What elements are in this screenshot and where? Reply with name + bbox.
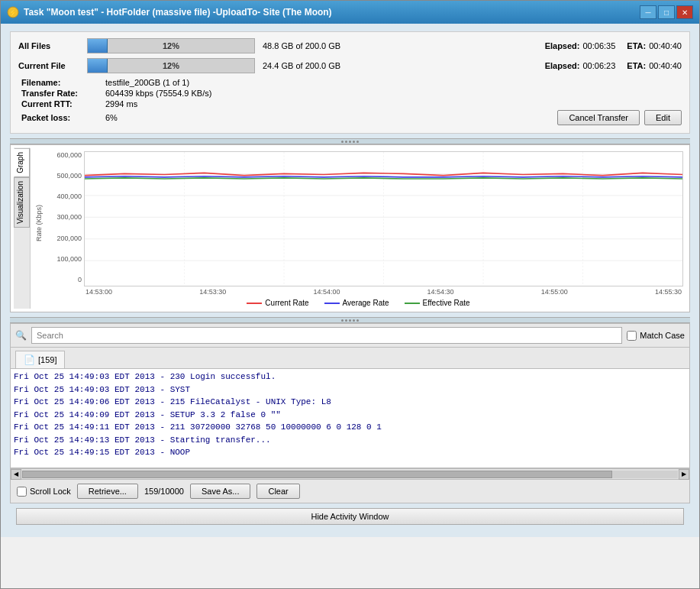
log-tab-label: [159] [38,355,56,364]
all-files-progress-bar: 12% [87,38,255,53]
match-case-label: Match Case [640,331,685,340]
log-line: Fri Oct 25 14:49:03 EDT 2013 - 230 Login… [14,371,686,383]
save-as-button[interactable]: Save As... [190,484,251,499]
log-section: 🔍 Match Case 📄 [159] Fri Oct 25 14:49:03… [10,323,690,503]
current-file-pct: 12% [163,61,179,70]
transfer-rate-row: Transfer Rate: 604439 kbps (75554.9 KB/s… [21,89,682,98]
resize-dots-1 [341,141,359,143]
match-case-area: Match Case [627,331,685,341]
graph-tab-graph[interactable]: Graph [14,148,30,177]
current-file-timing: Elapsed: 00:06:23 ETA: 00:40:40 [545,61,682,70]
log-tab-icon: 📄 [24,354,35,365]
retrieve-button[interactable]: Retrieve... [77,484,138,499]
packet-loss-value: 6% [105,113,118,122]
scroll-lock-label: Scroll Lock [30,487,71,496]
all-elapsed-value: 00:06:35 [582,41,615,50]
edit-button[interactable]: Edit [644,110,682,125]
filename-label: Filename: [21,78,105,87]
scroll-lock-checkbox[interactable] [17,487,27,497]
rtt-value: 2994 ms [105,99,137,108]
average-rate-label: Average Rate [343,299,389,307]
cur-eta: ETA: 00:40:40 [627,61,682,70]
y-axis: 600,000 500,000 400,000 300,000 200,000 … [44,151,84,296]
filename-row: Filename: testfile_200GB (1 of 1) [21,78,682,87]
log-line: Fri Oct 25 14:49:15 EDT 2013 - NOOP [14,446,686,459]
rtt-label: Current RTT: [21,99,105,108]
all-elapsed: Elapsed: 00:06:35 [545,41,616,50]
resize-dots-2 [341,319,359,322]
chart-svg [85,152,682,286]
resize-handle-2[interactable] [10,317,690,323]
search-icon: 🔍 [15,330,27,341]
horizontal-scrollbar[interactable]: ◀ ▶ [11,468,689,479]
all-eta: ETA: 00:40:40 [627,41,682,50]
log-line: Fri Oct 25 14:49:09 EDT 2013 - SETUP 3.3… [14,409,686,422]
app-icon: ⚡ [7,6,19,18]
minimize-button[interactable]: ─ [640,5,656,19]
all-eta-value: 00:40:40 [649,41,682,50]
clear-button[interactable]: Clear [256,484,299,499]
legend-average-rate: Average Rate [324,299,389,307]
search-icon-area: 🔍 [15,330,27,341]
transfer-rate-value: 604439 kbps (75554.9 KB/s) [105,89,211,98]
scroll-lock-area: Scroll Lock [17,487,71,497]
chart-plot [84,151,683,286]
log-counter: 159/10000 [144,487,184,496]
bottom-bar: Hide Activity Window [10,503,690,529]
graph-section: Graph Visualization Rate (Kbps) 600,000 … [10,144,690,312]
cur-elapsed: Elapsed: 00:06:23 [545,61,616,70]
average-rate-line [324,303,340,304]
file-details: Filename: testfile_200GB (1 of 1) Transf… [18,78,682,125]
current-rate-label: Current Rate [265,299,308,307]
hide-activity-button[interactable]: Hide Activity Window [16,508,684,525]
title-controls: ─ □ ✕ [640,5,693,19]
log-line: Fri Oct 25 14:49:06 EDT 2013 - 215 FileC… [14,396,686,409]
current-file-row: Current File 12% 24.4 GB of 200.0 GB Ela… [18,58,682,73]
all-files-pct: 12% [163,41,179,50]
legend-effective-rate: Effective Rate [405,299,470,307]
search-input[interactable] [31,327,622,344]
log-tabs: 📄 [159] [11,348,689,369]
cur-eta-value: 00:40:40 [649,61,682,70]
svg-text:⚡: ⚡ [8,8,18,18]
log-content[interactable]: Fri Oct 25 14:49:03 EDT 2013 - 230 Login… [11,369,689,468]
close-button[interactable]: ✕ [676,5,693,19]
scrollbar-track[interactable] [22,471,678,478]
maximize-button[interactable]: □ [658,5,675,19]
scroll-right-button[interactable]: ▶ [679,469,689,480]
all-files-progress-fill [88,39,108,53]
match-case-checkbox[interactable] [627,331,637,341]
cancel-transfer-button[interactable]: Cancel Transfer [557,110,640,125]
x-axis: 14:53:00 14:53:30 14:54:00 14:54:30 14:5… [84,288,683,296]
chart-legend: Current Rate Average Rate Effective Rate [34,296,683,309]
legend-current-rate: Current Rate [247,299,308,307]
graph-tab-visualization[interactable]: Visualization [14,177,30,228]
scroll-left-button[interactable]: ◀ [11,469,21,480]
filename-value: testfile_200GB (1 of 1) [105,78,189,87]
y-axis-label: Rate (Kbps) [35,205,43,241]
elapsed-label-2: Elapsed: [545,61,580,70]
effective-rate-line [405,303,420,304]
all-files-label: All Files [18,41,87,50]
current-file-size: 24.4 GB of 200.0 GB [263,61,545,70]
scrollbar-thumb[interactable] [22,471,612,478]
title-bar: ⚡ Task "Moon test" - HotFolder (massive … [1,1,699,24]
all-files-timing: Elapsed: 00:06:35 ETA: 00:40:40 [545,41,682,50]
main-window: ⚡ Task "Moon test" - HotFolder (massive … [0,0,700,589]
cur-elapsed-value: 00:06:23 [582,61,615,70]
packet-loss-row: Packet loss: 6% Cancel Transfer Edit [21,110,682,125]
elapsed-label-1: Elapsed: [545,41,580,50]
all-files-row: All Files 12% 48.8 GB of 200.0 GB Elapse… [18,38,682,53]
log-line: Fri Oct 25 14:49:13 EDT 2013 - Starting … [14,434,686,447]
current-rate-line [247,303,262,304]
main-content: All Files 12% 48.8 GB of 200.0 GB Elapse… [1,24,699,537]
current-file-progress-fill [88,59,108,73]
log-tab-1[interactable]: 📄 [159] [15,351,65,368]
transfer-rate-label: Transfer Rate: [21,89,105,98]
current-file-label: Current File [18,61,87,70]
log-footer: Scroll Lock Retrieve... 159/10000 Save A… [11,479,689,503]
resize-handle-1[interactable] [10,138,690,144]
progress-section: All Files 12% 48.8 GB of 200.0 GB Elapse… [10,31,690,134]
eta-label-1: ETA: [627,41,646,50]
effective-rate-label: Effective Rate [423,299,470,307]
